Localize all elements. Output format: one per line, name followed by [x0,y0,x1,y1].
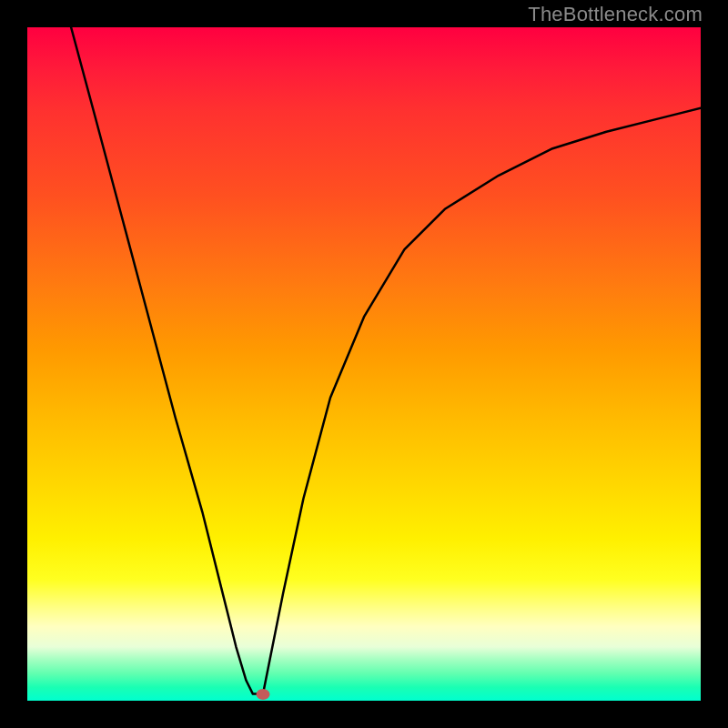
chart-frame: TheBottleneck.com [0,0,728,728]
watermark-text: TheBottleneck.com [528,3,703,26]
curve-svg [27,27,701,701]
minimum-marker [257,689,270,700]
plot-area [27,27,701,701]
curve-path [71,27,701,694]
